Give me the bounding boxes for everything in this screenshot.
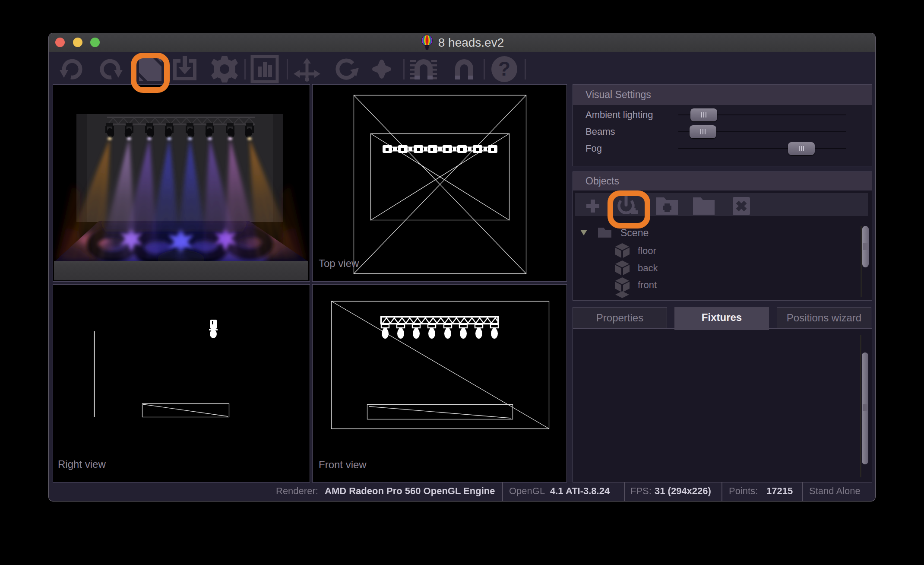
- svg-text:back: back: [638, 263, 658, 273]
- svg-text:front: front: [638, 279, 657, 290]
- svg-text:Scene: Scene: [620, 227, 649, 238]
- svg-text:floor: floor: [638, 245, 656, 256]
- svg-text:?: ?: [498, 57, 510, 80]
